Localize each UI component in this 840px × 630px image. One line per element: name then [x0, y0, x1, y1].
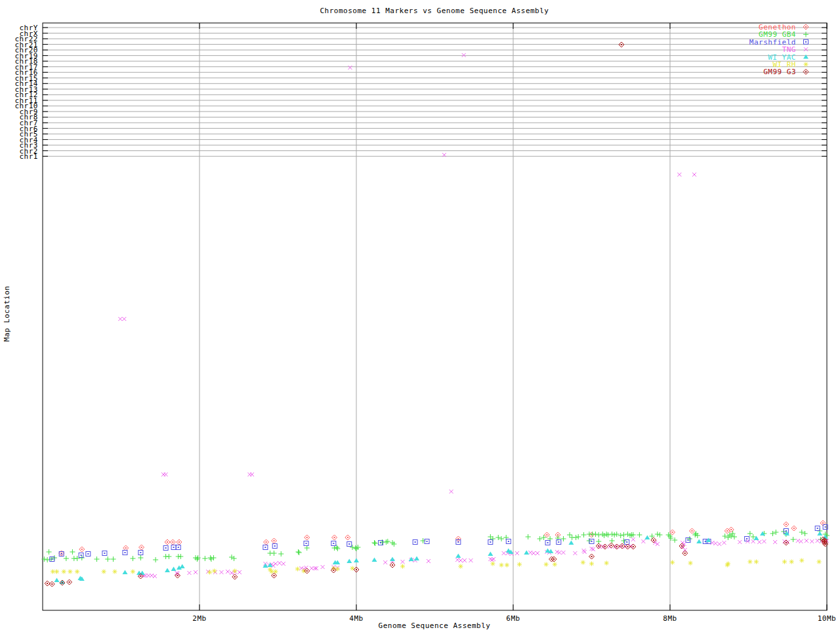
- data-point: [47, 549, 52, 555]
- data-point: [263, 545, 268, 550]
- data-point: [773, 540, 777, 544]
- data-point: [696, 539, 702, 543]
- data-point: [499, 536, 504, 541]
- legend-marker: [803, 24, 808, 30]
- x-axis-label: 10Mb: [818, 614, 837, 623]
- data-point: [177, 539, 182, 545]
- data-point: [427, 559, 430, 563]
- data-point: [593, 532, 598, 537]
- data-point: [347, 542, 352, 547]
- data-point: [68, 570, 72, 574]
- data-point: [346, 558, 352, 563]
- data-point: [762, 539, 766, 543]
- data-point: [301, 569, 306, 574]
- x-axis-label: 6Mb: [506, 614, 520, 623]
- data-point: [610, 538, 615, 543]
- data-point: [612, 532, 617, 537]
- data-point: [799, 558, 804, 563]
- data-point: [706, 537, 711, 542]
- data-point: [304, 545, 310, 551]
- data-point: [805, 539, 808, 543]
- data-point: [532, 551, 536, 555]
- data-point: [541, 535, 547, 540]
- data-point: [455, 536, 461, 541]
- data-point: [455, 553, 461, 558]
- data-point: [138, 555, 143, 560]
- data-point: [753, 536, 759, 540]
- data-point: [791, 526, 797, 531]
- data-point: [207, 570, 212, 575]
- data-point: [637, 532, 642, 537]
- data-point: [304, 541, 308, 546]
- series-genethon: [59, 520, 826, 556]
- data-point: [816, 539, 820, 543]
- data-point: [517, 562, 522, 567]
- data-point: [614, 532, 620, 537]
- data-point: [515, 551, 519, 555]
- legend-marker: [803, 54, 808, 59]
- legend-label: GM99 G3: [763, 68, 796, 76]
- data-point: [738, 540, 742, 544]
- data-point: [815, 526, 820, 531]
- data-point: [754, 560, 759, 564]
- data-point: [573, 551, 577, 555]
- data-point: [238, 570, 242, 574]
- chart-page: chrYchrXchr22chr21chr20chr19chr18chr17ch…: [0, 0, 840, 630]
- data-point: [692, 532, 698, 537]
- data-point: [747, 531, 753, 536]
- data-point: [350, 545, 355, 550]
- data-point: [282, 562, 285, 566]
- plot-border: [43, 23, 827, 610]
- data-point: [683, 548, 687, 552]
- data-point: [604, 561, 609, 566]
- data-point: [194, 570, 198, 574]
- data-point: [490, 558, 494, 562]
- data-point: [278, 551, 284, 556]
- data-point: [264, 539, 269, 545]
- data-point: [583, 550, 587, 554]
- data-point: [54, 578, 60, 582]
- data-point: [400, 564, 405, 569]
- data-point: [463, 558, 467, 562]
- data-point: [657, 532, 662, 537]
- data-point: [625, 532, 630, 537]
- data-point: [130, 556, 135, 561]
- data-point: [495, 535, 501, 540]
- data-point: [62, 570, 66, 574]
- data-point: [757, 540, 761, 544]
- data-point: [784, 522, 789, 527]
- data-point: [79, 547, 85, 552]
- data-point: [105, 556, 110, 562]
- data-point: [506, 539, 511, 544]
- data-point: [631, 537, 635, 541]
- data-point: [621, 532, 626, 537]
- data-point: [817, 531, 822, 536]
- data-point: [596, 532, 601, 537]
- plot-generated-layers: chrYchrXchr22chr21chr20chr19chr18chr17ch…: [14, 23, 836, 623]
- data-point: [232, 569, 237, 574]
- y-axis-label: chr1: [20, 152, 39, 161]
- data-point: [202, 556, 207, 561]
- data-point: [354, 558, 359, 562]
- series-wi-yac: [54, 531, 828, 584]
- y-axis-title: Map Location: [3, 285, 11, 341]
- data-point: [499, 563, 504, 568]
- data-point: [54, 570, 59, 574]
- data-point: [450, 490, 453, 494]
- data-point: [122, 570, 127, 574]
- data-point: [425, 539, 429, 544]
- data-point: [187, 571, 191, 575]
- data-point: [67, 579, 72, 585]
- data-point: [670, 530, 675, 535]
- data-point: [590, 547, 594, 551]
- data-point: [817, 560, 822, 564]
- data-point: [226, 570, 230, 574]
- data-point: [383, 560, 387, 564]
- data-point: [371, 540, 377, 545]
- data-point: [219, 570, 223, 574]
- x-axis-label: 4Mb: [349, 614, 363, 623]
- data-point: [799, 530, 805, 535]
- data-point: [413, 540, 417, 545]
- data-point: [304, 535, 310, 540]
- data-point: [692, 173, 696, 177]
